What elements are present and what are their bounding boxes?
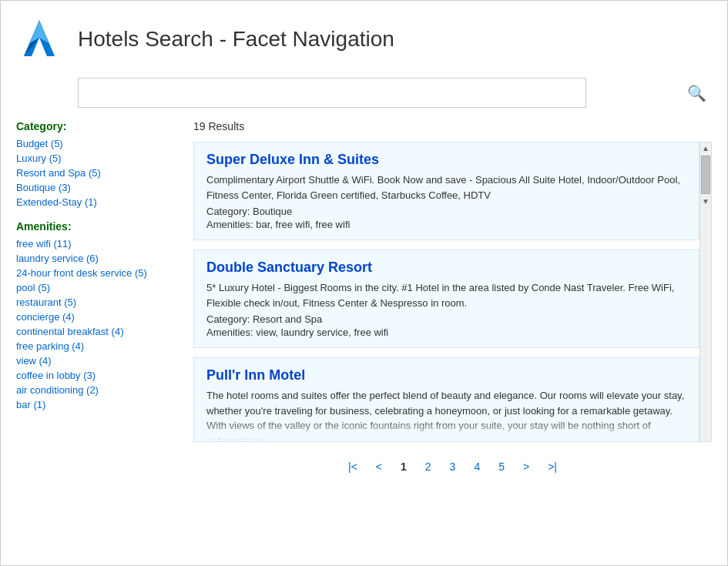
list-item: free wifi (11) xyxy=(16,237,178,250)
result-item-1: Super Deluxe Inn & Suites Complimentary … xyxy=(193,142,699,240)
list-item: continental breakfast (4) xyxy=(16,325,178,337)
list-item: restaurant (5) xyxy=(16,296,178,308)
amenity-view[interactable]: view (4) xyxy=(16,355,52,367)
result-category-2: Category: Resort and Spa xyxy=(206,313,686,325)
list-item: air conditioning (2) xyxy=(16,383,178,396)
scroll-up-arrow[interactable]: ▲ xyxy=(702,144,710,152)
pagination-page-3[interactable]: 3 xyxy=(444,457,462,476)
search-input[interactable]: wifi xyxy=(78,78,586,108)
amenity-coffee[interactable]: coffee in lobby (3) xyxy=(16,370,96,381)
result-desc-3: The hotel rooms and suites offer the per… xyxy=(206,388,686,442)
result-desc-2: 5* Luxury Hotel - Biggest Rooms in the c… xyxy=(206,280,686,310)
list-item: laundry service (6) xyxy=(16,252,178,264)
result-item-3: Pull'r Inn Motel The hotel rooms and sui… xyxy=(193,357,699,442)
pagination-page-4[interactable]: 4 xyxy=(468,457,486,476)
header: Hotels Search - Facet Navigation xyxy=(16,16,712,62)
list-item: Extended-Stay (1) xyxy=(16,196,178,208)
result-amenities-2: Amenities: view, laundry service, free w… xyxy=(206,327,686,338)
category-luxury[interactable]: Luxury (5) xyxy=(16,152,62,164)
sidebar: Category: Budget (5) Luxury (5) Resort a… xyxy=(16,120,186,550)
amenity-air-conditioning[interactable]: air conditioning (2) xyxy=(16,384,99,396)
category-resort[interactable]: Resort and Spa (5) xyxy=(16,167,101,179)
pagination-last[interactable]: >| xyxy=(542,457,563,476)
scrollbar[interactable]: ▲ ▼ xyxy=(699,142,712,442)
pagination: |< < 1 2 3 4 5 > >| xyxy=(193,457,712,476)
search-icon: 🔍 xyxy=(687,84,706,102)
logo xyxy=(16,16,62,62)
result-title-1[interactable]: Super Deluxe Inn & Suites xyxy=(206,152,686,168)
main-content: Category: Budget (5) Luxury (5) Resort a… xyxy=(16,120,712,550)
list-item: pool (5) xyxy=(16,281,178,293)
amenity-concierge[interactable]: concierge (4) xyxy=(16,311,75,323)
category-boutique[interactable]: Boutique (3) xyxy=(16,182,71,193)
page-title: Hotels Search - Facet Navigation xyxy=(78,27,394,52)
results-count: 19 Results xyxy=(193,120,712,132)
results-area: 19 Results Super Deluxe Inn & Suites Com… xyxy=(186,120,712,550)
result-category-1: Category: Boutique xyxy=(206,206,686,217)
pagination-first[interactable]: |< xyxy=(342,457,364,476)
pagination-page-2[interactable]: 2 xyxy=(419,457,438,476)
category-budget[interactable]: Budget (5) xyxy=(16,138,63,149)
pagination-page-5[interactable]: 5 xyxy=(492,457,511,476)
list-item: Budget (5) xyxy=(16,137,178,149)
pagination-next[interactable]: > xyxy=(517,457,535,476)
result-desc-1: Complimentary Airport Shuttle & WiFi. Bo… xyxy=(206,172,686,203)
amenity-laundry[interactable]: laundry service (6) xyxy=(16,253,99,264)
list-item: Luxury (5) xyxy=(16,152,178,164)
list-item: bar (1) xyxy=(16,398,178,410)
scroll-thumb[interactable] xyxy=(701,156,710,194)
amenity-free-wifi[interactable]: free wifi (11) xyxy=(16,238,72,250)
category-section-title: Category: xyxy=(16,120,178,132)
list-item: Resort and Spa (5) xyxy=(16,166,178,179)
scroll-down-arrow[interactable]: ▼ xyxy=(702,197,710,206)
results-list: Super Deluxe Inn & Suites Complimentary … xyxy=(193,142,699,442)
svg-marker-1 xyxy=(30,20,49,43)
list-item: 24-hour front desk service (5) xyxy=(16,266,178,279)
pagination-prev[interactable]: < xyxy=(370,457,388,476)
amenity-restaurant[interactable]: restaurant (5) xyxy=(16,296,76,308)
amenities-section-title: Amenities: xyxy=(16,220,178,233)
category-list: Budget (5) Luxury (5) Resort and Spa (5)… xyxy=(16,137,178,208)
category-extended[interactable]: Extended-Stay (1) xyxy=(16,196,97,208)
list-item: coffee in lobby (3) xyxy=(16,369,178,381)
list-item: Boutique (3) xyxy=(16,181,178,193)
list-item: concierge (4) xyxy=(16,310,178,323)
result-amenities-1: Amenities: bar, free wifi, free wifi xyxy=(206,219,686,230)
amenity-continental[interactable]: continental breakfast (4) xyxy=(16,326,123,337)
search-bar-container: wifi 🔍 xyxy=(78,78,712,108)
amenity-frontdesk[interactable]: 24-hour front desk service (5) xyxy=(16,267,147,279)
result-item-2: Double Sanctuary Resort 5* Luxury Hotel … xyxy=(193,250,699,348)
pagination-current: 1 xyxy=(394,457,413,476)
result-title-2[interactable]: Double Sanctuary Resort xyxy=(206,260,686,276)
amenity-bar[interactable]: bar (1) xyxy=(16,399,45,410)
list-item: free parking (4) xyxy=(16,340,178,352)
amenity-pool[interactable]: pool (5) xyxy=(16,282,50,293)
result-title-3[interactable]: Pull'r Inn Motel xyxy=(206,367,686,383)
search-button[interactable]: 🔍 xyxy=(681,78,712,108)
amenities-list: free wifi (11) laundry service (6) 24-ho… xyxy=(16,237,178,410)
list-item: view (4) xyxy=(16,354,178,367)
scrollbar-area: Super Deluxe Inn & Suites Complimentary … xyxy=(193,142,712,442)
amenity-free-parking[interactable]: free parking (4) xyxy=(16,340,84,352)
